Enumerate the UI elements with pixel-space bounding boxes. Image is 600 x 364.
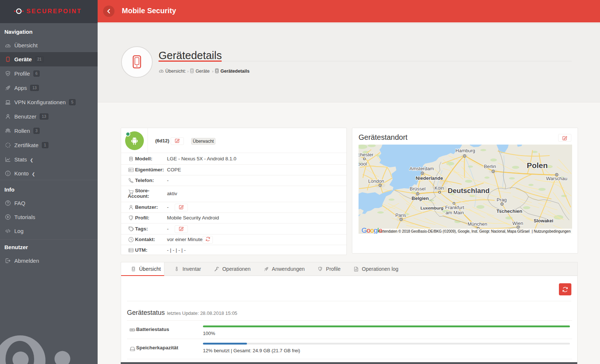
svg-text:Belgien: Belgien (412, 196, 429, 201)
svg-text:Slowakei: Slowakei (534, 218, 553, 223)
svg-text:Warschau: Warschau (546, 176, 567, 181)
svg-text:Luxemburg: Luxemburg (421, 206, 444, 210)
svg-text:| Nutzungsbedingungen: | Nutzungsbedingungen (532, 229, 571, 233)
svg-text:chester: chester (359, 152, 374, 157)
svg-text:Wien: Wien (512, 221, 523, 226)
svg-text:Berlin: Berlin (484, 164, 496, 169)
svg-text:Paris: Paris (395, 212, 406, 218)
svg-text:Tschechien: Tschechien (497, 208, 523, 214)
svg-text:Köln: Köln (434, 185, 444, 191)
svg-text:Amsterdam: Amsterdam (410, 166, 434, 171)
svg-text:Polen: Polen (527, 161, 548, 170)
svg-text:München: München (468, 221, 487, 227)
svg-text:Brüssel: Brüssel (410, 186, 425, 192)
svg-text:Frankfurt: Frankfurt (445, 205, 464, 210)
svg-text:London: London (368, 178, 384, 184)
svg-text:Deutschland: Deutschland (448, 187, 490, 194)
svg-text:Prag: Prag (497, 197, 506, 203)
svg-text:am Main: am Main (446, 210, 464, 215)
svg-text:Kartendaten © 2018 GeoBasis-DE: Kartendaten © 2018 GeoBasis-DE/BKG (©200… (378, 229, 530, 233)
svg-text:Google: Google (361, 226, 382, 234)
svg-text:Niederlande: Niederlande (416, 175, 443, 181)
svg-text:Hamburg: Hamburg (455, 148, 475, 153)
svg-text:pool: pool (359, 161, 367, 167)
